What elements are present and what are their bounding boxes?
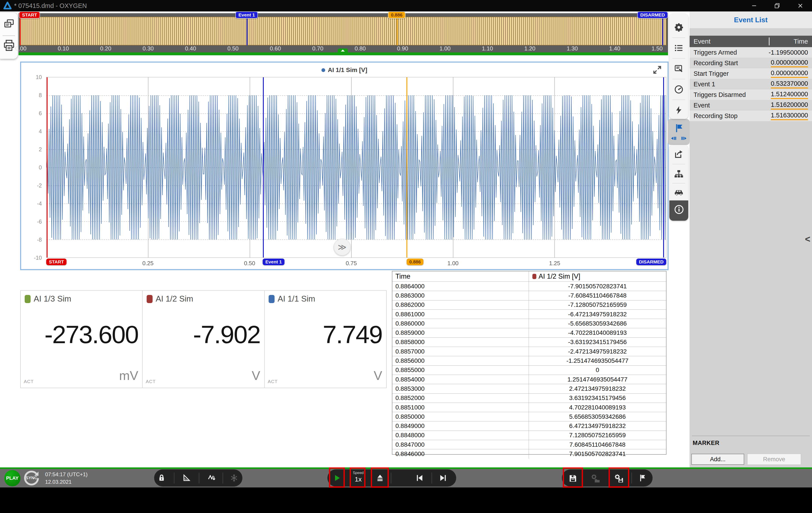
table-row[interactable]: 0.8856000-1.2514746935054477 bbox=[393, 356, 666, 365]
play-status-indicator[interactable]: PLAY bbox=[4, 470, 21, 486]
event-flag-icon[interactable] bbox=[638, 474, 647, 482]
chart-marker-pill[interactable]: 0.886 bbox=[407, 259, 424, 265]
main-chart[interactable]: AI 1/1 Sim [V] 1086420-2-4-6-8-10 0.250.… bbox=[20, 62, 668, 270]
table-row[interactable]: 0.88520003.631923415179456 bbox=[393, 394, 666, 403]
skip-to-start-icon[interactable] bbox=[415, 474, 424, 482]
double-chevron-icon: ≫ bbox=[338, 242, 347, 252]
chart-cursor-line[interactable] bbox=[47, 77, 48, 257]
measurement-tile[interactable]: AI 1/3 Sim-273.600mVACT bbox=[21, 291, 143, 388]
time-column-header: Time bbox=[793, 38, 808, 45]
sync-label: SYNC bbox=[23, 476, 40, 480]
review-step-icons[interactable] bbox=[671, 136, 687, 141]
gear-folder-icon[interactable] bbox=[591, 474, 601, 483]
table-row[interactable]: 0.8863000-7.608451104667848 bbox=[393, 291, 666, 300]
event-time[interactable]: 1.516200000 bbox=[771, 101, 808, 110]
topology-icon[interactable] bbox=[674, 169, 684, 179]
chart-cursor-line[interactable] bbox=[663, 77, 664, 257]
overview-marker-pill[interactable]: 0.886 bbox=[388, 11, 406, 19]
channel-list-icon[interactable] bbox=[674, 43, 684, 53]
table-row[interactable]: 0.8860000-5.656853059342686 bbox=[393, 319, 666, 328]
table-row[interactable]: 0.88500005.656853059342686 bbox=[393, 412, 666, 421]
info-icon[interactable] bbox=[674, 204, 684, 215]
measure-ruler-icon[interactable] bbox=[182, 474, 191, 482]
chart-more-button[interactable]: ≫ bbox=[334, 239, 350, 256]
event-time[interactable]: 0.000000000 bbox=[771, 69, 808, 78]
table-row[interactable]: 0.88460007.901505702823741 bbox=[393, 449, 666, 458]
chart-marker-pill[interactable]: Event 1 bbox=[263, 259, 285, 265]
marker-add-button[interactable]: Add... bbox=[691, 454, 744, 465]
dashboard-gauge-icon[interactable] bbox=[674, 85, 684, 94]
event-time[interactable]: 1.516300000 bbox=[771, 112, 808, 120]
table-row[interactable]: 0.8861000-6.472134975918232 bbox=[393, 310, 666, 319]
table-cell-value: -2.472134975918232 bbox=[529, 347, 666, 356]
marker-tool-icon[interactable] bbox=[207, 474, 216, 482]
overview-marker-pill[interactable]: Event 1 bbox=[235, 11, 258, 19]
screens-pages-icon[interactable] bbox=[4, 19, 14, 30]
annotation-highlight-box bbox=[609, 467, 629, 488]
panel-collapse-chevron-icon[interactable]: < bbox=[805, 234, 810, 245]
table-row[interactable]: 0.88550000 bbox=[393, 366, 666, 375]
skip-to-end-icon[interactable] bbox=[439, 474, 447, 482]
event-time[interactable]: 0.532370000 bbox=[771, 80, 808, 89]
table-row[interactable]: 0.8859000-4.702281040089193 bbox=[393, 328, 666, 338]
data-table[interactable]: Time AI 1/2 Sim [V] 0.8864000-7.90150570… bbox=[392, 271, 666, 455]
overview-progress-bar[interactable] bbox=[19, 52, 668, 55]
close-button[interactable] bbox=[793, 1, 808, 10]
event-row[interactable]: Triggers Armed-1.199500000 bbox=[690, 47, 812, 58]
table-row[interactable]: 0.8858000-3.631923415179456 bbox=[393, 338, 666, 347]
export-icon[interactable] bbox=[674, 149, 684, 159]
table-cell-value: 2.472134975918232 bbox=[529, 384, 666, 393]
table-row[interactable]: 0.88530002.472134975918232 bbox=[393, 384, 666, 393]
table-row[interactable]: 0.88540001.2514746935054477 bbox=[393, 375, 666, 384]
settings-gear-icon[interactable] bbox=[674, 23, 684, 32]
table-row[interactable]: 0.8862000-7.128050752165959 bbox=[393, 301, 666, 310]
bottom-toolbar: PLAY SYNC 07:54:17 (UTC+1) 12.03.2021 Sp… bbox=[0, 469, 812, 487]
review-flag-icon[interactable] bbox=[674, 123, 685, 134]
table-row[interactable]: 0.88480007.128050752165959 bbox=[393, 431, 666, 440]
annotation-highlight-box bbox=[371, 467, 389, 488]
table-row[interactable]: 0.88490006.472134975918232 bbox=[393, 421, 666, 431]
chart-expand-icon[interactable] bbox=[652, 65, 662, 75]
restore-button[interactable] bbox=[770, 1, 785, 10]
table-cell-value: 7.608451104667848 bbox=[529, 440, 666, 449]
table-row[interactable]: 0.88470007.608451104667848 bbox=[393, 440, 666, 449]
event-row[interactable]: Recording Start0.000000000 bbox=[690, 58, 812, 68]
chart-plot-area[interactable] bbox=[46, 77, 666, 258]
event-time[interactable]: -1.199500000 bbox=[768, 49, 808, 56]
table-row[interactable]: 0.88510004.702281040089193 bbox=[393, 403, 666, 412]
measurement-tile[interactable]: AI 1/1 Sim7.749VACT bbox=[265, 291, 386, 388]
value-column-label: AI 1/2 Sim [V] bbox=[539, 273, 580, 280]
chart-cursor-line[interactable] bbox=[406, 77, 407, 257]
trigger-lightning-icon[interactable] bbox=[674, 105, 684, 115]
event-time[interactable]: 1.512400000 bbox=[771, 90, 808, 99]
overview-timeline[interactable]: STARTEvent 10.886DISARMED 0.000.100.200.… bbox=[19, 13, 668, 52]
table-row[interactable]: 0.8857000-2.472134975918232 bbox=[393, 347, 666, 356]
measurement-screens-icon[interactable] bbox=[674, 64, 684, 74]
chart-cursor-line[interactable] bbox=[263, 77, 264, 257]
event-table-header[interactable]: Event Time bbox=[690, 36, 812, 47]
event-row[interactable]: Start Trigger0.000000000 bbox=[690, 68, 812, 79]
freeze-icon[interactable] bbox=[230, 474, 238, 482]
overview-collapse-tab[interactable] bbox=[338, 49, 348, 53]
overview-tick-label: 0.30 bbox=[143, 45, 154, 52]
table-row[interactable]: 0.8864000-7.901505702823741 bbox=[393, 282, 666, 291]
chart-marker-pill[interactable]: START bbox=[46, 259, 66, 265]
event-row[interactable]: Recording Stop1.516300000 bbox=[690, 111, 812, 121]
measurement-tile[interactable]: AI 1/2 Sim-7.902VACT bbox=[143, 291, 265, 388]
column-divider[interactable] bbox=[769, 37, 770, 46]
lock-icon[interactable] bbox=[157, 474, 166, 482]
table-cell-time: 0.8847000 bbox=[393, 440, 529, 449]
measurement-mode: ACT bbox=[146, 379, 156, 384]
event-row[interactable]: Event1.516200000 bbox=[690, 100, 812, 111]
print-icon[interactable] bbox=[3, 39, 14, 52]
overview-marker-pill[interactable]: START bbox=[19, 11, 40, 19]
event-row[interactable]: Event 10.532370000 bbox=[690, 79, 812, 89]
event-row[interactable]: Triggers Disarmed1.512400000 bbox=[690, 89, 812, 100]
marker-remove-button[interactable]: Remove bbox=[747, 454, 801, 465]
event-time[interactable]: 0.000000000 bbox=[771, 59, 808, 67]
minimize-button[interactable] bbox=[746, 1, 762, 10]
measurement-value: -273.600 bbox=[45, 320, 138, 349]
overview-marker-pill[interactable]: DISARMED bbox=[637, 11, 668, 19]
chart-marker-pill[interactable]: DISARMED bbox=[636, 259, 666, 265]
vehicle-icon[interactable] bbox=[674, 187, 684, 197]
